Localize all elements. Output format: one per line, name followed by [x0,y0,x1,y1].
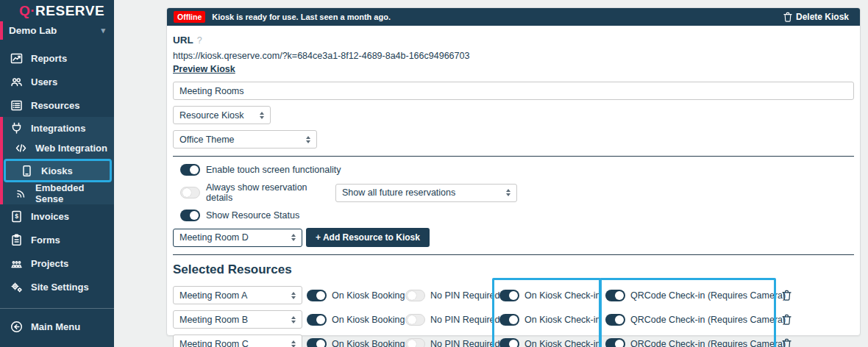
sidebar-item-web-integration[interactable]: Web Integration [0,138,114,158]
sidebar-item-label: Web Integration [35,143,107,154]
kiosk-theme-select[interactable]: Office Theme [173,130,317,149]
resource-row: Meeting Room B On Kiosk Booking No PIN R… [173,310,854,329]
resource-select[interactable]: Meeting Room A [173,286,302,304]
sidebar-item-kiosks[interactable]: Kiosks [4,159,112,182]
touch-screen-toggle[interactable] [180,164,200,176]
reservation-details-toggle[interactable] [180,187,200,198]
resource-name: Meeting Room B [179,315,248,325]
sidebar-divider [0,308,114,309]
divider [173,156,854,157]
selected-resources-list: Meeting Room A On Kiosk Booking No PIN R… [173,286,854,347]
qrcode-checkin-toggle[interactable] [605,338,625,347]
delete-kiosk-button[interactable]: Delete Kiosk [779,11,853,23]
sidebar-item-resources[interactable]: Resources [0,93,114,117]
reports-icon [10,52,23,65]
select-arrows-icon [291,316,296,323]
svg-text:$: $ [15,212,18,220]
kiosk-checkin-toggle[interactable] [499,290,519,301]
sidebar-item-embedded-sense[interactable]: Embedded Sense [0,183,114,203]
back-circle-icon [10,321,23,333]
qreserve-logo: Q·RESERVE [0,0,114,19]
resource-name: Meeting Room A [179,290,247,301]
no-pin-label: No PIN Required [430,339,500,347]
workspace-label: Demo Lab [9,25,57,36]
sidebar-item-reports[interactable]: Reports [0,46,114,70]
reservation-details-label: Always show reservation details [206,182,335,203]
remove-resource-button[interactable] [782,290,791,301]
resource-status-label: Show Resource Status [206,210,299,221]
qrcode-checkin-label: QRCode Check-in (Requires Camera) [630,339,786,347]
workspace-selector[interactable]: Demo Lab ▾ [0,19,114,42]
add-resource-button[interactable]: + Add Resource to Kiosk [306,228,430,247]
web-integration-icon [15,142,27,154]
help-icon[interactable]: ? [197,35,202,46]
sidebar-item-users[interactable]: Users [0,70,114,93]
integrations-group: Integrations Web Integration Kiosks Embe… [0,117,114,204]
sidebar-item-invoices[interactable]: $ Invoices [0,204,114,228]
trash-icon [783,12,792,22]
resource-status-toggle[interactable] [180,210,200,221]
reservation-details-row: Always show reservation details Show all… [173,182,854,203]
resource-row: Meeting Room C On Kiosk Booking No PIN R… [173,335,854,347]
forms-icon [10,234,23,246]
no-pin-toggle[interactable] [405,338,425,347]
invoices-icon: $ [10,210,23,223]
qrcode-checkin-label: QRCode Check-in (Requires Camera) [630,290,786,301]
sidebar-item-site-settings[interactable]: Site Settings [0,275,114,298]
qrcode-checkin-toggle[interactable] [605,290,625,301]
preview-kiosk-link[interactable]: Preview Kiosk [173,64,235,74]
reservation-filter-select[interactable]: Show all future reservations [335,184,517,202]
kiosk-url: https://kiosk.qreserve.com/?k=684ce3a1-8… [173,51,854,61]
delete-kiosk-label: Delete Kiosk [796,12,849,22]
resource-select[interactable]: Meeting Room B [173,310,302,329]
sidebar-item-forms[interactable]: Forms [0,228,114,251]
kiosk-booking-toggle[interactable] [307,338,327,347]
add-resource-select[interactable]: Meeting Room D [173,229,302,247]
qrcode-checkin-toggle[interactable] [605,314,625,326]
select-arrows-icon [291,340,296,347]
sidebar-item-label: Kiosks [41,165,73,176]
sidebar-item-label: Main Menu [31,321,80,332]
kiosk-name-input[interactable] [173,82,854,100]
kiosk-theme-value: Office Theme [179,135,235,145]
sidebar: Q·RESERVE Demo Lab ▾ Reports Users Resou… [0,0,114,347]
kiosk-booking-toggle[interactable] [307,290,327,301]
select-arrows-icon [260,112,264,119]
remove-resource-button[interactable] [782,314,791,325]
no-pin-label: No PIN Required [430,315,500,325]
kiosk-checkin-toggle[interactable] [499,314,519,326]
remove-resource-button[interactable] [782,338,791,347]
sidebar-item-label: Invoices [31,211,69,222]
selected-resources-heading: Selected Resources [173,262,854,277]
sidebar-item-label: Integrations [31,123,85,134]
resource-row: Meeting Room A On Kiosk Booking No PIN R… [173,286,854,304]
resource-select[interactable]: Meeting Room C [173,335,302,347]
logo-q: Q [19,3,30,18]
kiosk-icon [21,165,33,177]
no-pin-toggle[interactable] [405,314,425,326]
kiosk-checkin-toggle[interactable] [499,338,519,347]
kiosk-type-select[interactable]: Resource Kiosk [173,106,271,124]
no-pin-toggle[interactable] [405,290,425,301]
touch-screen-row: Enable touch screen functionality [173,164,854,176]
sidebar-item-main-menu[interactable]: Main Menu [0,315,114,338]
trash-icon [782,314,791,325]
add-resource-value: Meeting Room D [179,232,249,243]
logo-name: RESERVE [35,3,104,18]
embedded-sense-icon [15,187,27,199]
kiosk-booking-label: On Kiosk Booking [332,339,405,347]
sidebar-item-projects[interactable]: Projects [0,251,114,275]
resources-icon [10,99,23,112]
chevron-down-icon: ▾ [101,26,105,35]
url-label: URL [173,35,193,46]
sidebar-item-label: Forms [31,235,60,246]
integrations-icon [10,122,23,135]
sidebar-nav: Reports Users Resources Integrations Web… [0,46,114,338]
sidebar-item-label: Embedded Sense [35,182,114,204]
add-resource-row: Meeting Room D + Add Resource to Kiosk [173,228,854,247]
sidebar-item-integrations[interactable]: Integrations [0,118,114,138]
kiosk-booking-toggle[interactable] [307,314,327,326]
trash-icon [782,338,791,347]
status-badge: Offline [174,11,205,23]
kiosk-status-bar: Offline Kiosk is ready for use. Last see… [167,8,860,26]
